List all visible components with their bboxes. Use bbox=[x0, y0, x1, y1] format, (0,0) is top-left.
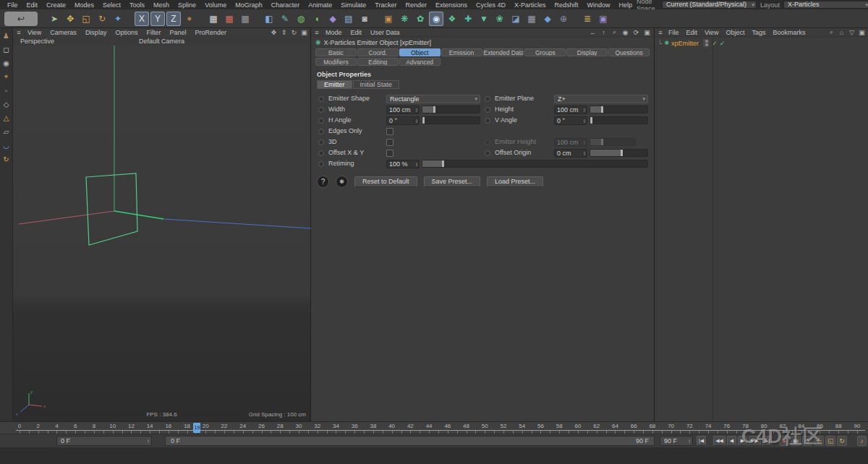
object-manager-menu-view[interactable]: View bbox=[701, 29, 722, 36]
object-manager-menu-edit[interactable]: Edit bbox=[683, 29, 702, 36]
spinner-icon[interactable]: ▴▾ bbox=[689, 439, 691, 443]
camera-icon[interactable]: ◙ bbox=[357, 12, 372, 26]
node-space-dropdown[interactable]: Current (Standard/Physical) bbox=[662, 1, 757, 9]
render-settings-icon[interactable]: ▦ bbox=[238, 12, 252, 26]
viewport-camera-label[interactable]: Default Camera bbox=[139, 38, 184, 45]
tab-coord-[interactable]: Coord. bbox=[357, 48, 399, 56]
tab-questions[interactable]: Questions bbox=[608, 48, 650, 56]
object-manager-menu-file[interactable]: File bbox=[665, 29, 683, 36]
keyframe-dot[interactable] bbox=[318, 150, 324, 156]
save-preset-button[interactable]: Save Preset... bbox=[424, 176, 481, 187]
layout-dropdown[interactable]: X-Particles bbox=[783, 1, 868, 9]
h-angle-slider[interactable] bbox=[422, 116, 480, 124]
spinner-icon[interactable]: ▴▾ bbox=[416, 119, 418, 123]
edges-only-checkbox[interactable] bbox=[386, 128, 393, 135]
emitter-plane-dropdown[interactable]: Z+ bbox=[554, 95, 648, 103]
object-manager-menu-tags[interactable]: Tags bbox=[748, 29, 769, 36]
scale-record-icon[interactable]: ◱ bbox=[825, 436, 835, 446]
keyframe-dot[interactable] bbox=[485, 96, 490, 102]
texture-mode-icon[interactable]: ◉ bbox=[1, 58, 12, 68]
object-row-xpemitter[interactable]: └ ❋ xpEmitter ✓ ✓ bbox=[655, 37, 868, 47]
viewport-menu-prorender[interactable]: ProRender bbox=[190, 29, 231, 36]
pan-view-icon[interactable]: ✥ bbox=[270, 29, 278, 37]
spinner-icon[interactable]: ▴▾ bbox=[416, 108, 418, 112]
rotate-icon[interactable]: ↻ bbox=[95, 12, 109, 26]
menu-window[interactable]: Window bbox=[583, 1, 615, 9]
browser-icon[interactable]: ▣ bbox=[858, 28, 866, 36]
menu-file[interactable]: File bbox=[3, 1, 22, 9]
goto-end-button[interactable]: ▶| bbox=[762, 436, 772, 446]
xp-data-icon[interactable]: ◪ bbox=[509, 12, 523, 26]
menu-render[interactable]: Render bbox=[401, 1, 431, 9]
spinner-icon[interactable]: ▴▾ bbox=[584, 151, 586, 155]
primitive-cube-icon[interactable]: ◧ bbox=[262, 12, 276, 26]
generator-icon[interactable]: ◍ bbox=[294, 12, 308, 26]
keyframe-dot[interactable] bbox=[485, 118, 490, 124]
menu-mesh[interactable]: Mesh bbox=[149, 1, 174, 9]
height-input[interactable]: 100 cm▴▾ bbox=[554, 106, 587, 114]
render-picture-viewer-icon[interactable]: ▦ bbox=[222, 12, 237, 26]
menu-tracker[interactable]: Tracker bbox=[370, 1, 401, 9]
prev-key-button[interactable]: ◀◀ bbox=[713, 436, 726, 446]
search-icon[interactable]: ⌕ bbox=[610, 28, 618, 36]
menu-spline[interactable]: Spline bbox=[174, 1, 200, 9]
position-record-icon[interactable]: ✛ bbox=[814, 436, 824, 446]
workplane-icon[interactable]: ▱ bbox=[1, 126, 12, 137]
next-frame-button[interactable]: ▶▶ bbox=[749, 436, 761, 446]
menu-modes[interactable]: Modes bbox=[70, 1, 98, 9]
viewport-view-label[interactable]: Perspective bbox=[20, 38, 54, 45]
xp-question-icon[interactable]: ✚ bbox=[461, 12, 475, 26]
spinner-icon[interactable]: ▴▾ bbox=[584, 119, 586, 123]
xp-preset-icon[interactable]: ❋ bbox=[336, 176, 348, 188]
tab-editing[interactable]: Editing bbox=[357, 58, 399, 66]
undo-button[interactable]: ↩ bbox=[4, 12, 38, 26]
menu-cycles-4d[interactable]: Cycles 4D bbox=[472, 1, 510, 9]
menu-create[interactable]: Create bbox=[42, 1, 70, 9]
emitter-tag-icon[interactable]: ✓ bbox=[720, 40, 726, 47]
tab-extended-data[interactable]: Extended Data bbox=[483, 48, 524, 56]
up-icon[interactable]: ↑ bbox=[600, 28, 608, 36]
emitter-wireframe[interactable] bbox=[86, 173, 137, 245]
xp-group-icon[interactable]: ❀ bbox=[493, 12, 507, 26]
scale-icon[interactable]: ◱ bbox=[79, 12, 93, 26]
play-button[interactable]: ▶ bbox=[738, 436, 747, 446]
keyframe-dot[interactable] bbox=[318, 96, 324, 102]
viewport-menu-filter[interactable]: Filter bbox=[142, 29, 165, 36]
keyframe-selection-icon[interactable]: ◇ bbox=[802, 436, 812, 446]
xp-generator-icon[interactable]: ✿ bbox=[413, 12, 427, 26]
viewport-menu-display[interactable]: Display bbox=[81, 29, 111, 36]
viewport-menu-cameras[interactable]: Cameras bbox=[46, 29, 81, 36]
viewport-hamburger-icon[interactable]: ≡ bbox=[14, 29, 23, 36]
xp-emitter-active-icon[interactable]: ◉ bbox=[429, 12, 443, 26]
visibility-dots-icon[interactable] bbox=[703, 39, 710, 47]
menu-edit[interactable]: Edit bbox=[22, 1, 43, 9]
end-frame-input[interactable]: 90 F ▴▾ bbox=[660, 436, 693, 446]
retiming-input[interactable]: 100 %▴▾ bbox=[386, 160, 420, 168]
menu-extensions[interactable]: Extensions bbox=[431, 1, 472, 9]
lock-z-button[interactable]: Z bbox=[166, 12, 181, 26]
attribute-menu-edit[interactable]: Edit bbox=[346, 29, 367, 36]
tab-display[interactable]: Display bbox=[566, 48, 608, 56]
pin-icon[interactable]: ♟ bbox=[1, 30, 12, 40]
xp-action-icon[interactable]: ▼ bbox=[477, 12, 491, 26]
tab-object[interactable]: Object bbox=[399, 48, 441, 56]
keyframe-dot[interactable] bbox=[318, 139, 324, 145]
lock-icon[interactable]: ◉ bbox=[621, 28, 629, 36]
xp-system-icon[interactable]: ▣ bbox=[381, 12, 396, 26]
refresh-icon[interactable]: ⟳ bbox=[632, 28, 640, 36]
prev-frame-button[interactable]: ◀ bbox=[727, 436, 736, 446]
filter-icon[interactable]: ▽ bbox=[848, 28, 856, 36]
attribute-menu-mode[interactable]: Mode bbox=[321, 29, 346, 36]
width-input[interactable]: 100 cm▴▾ bbox=[386, 106, 420, 114]
object-manager-menu-object[interactable]: Object bbox=[722, 29, 748, 36]
keyframe-dot[interactable] bbox=[485, 150, 490, 156]
v-angle-input[interactable]: 0 °▴▾ bbox=[554, 116, 587, 125]
retiming-slider[interactable] bbox=[422, 160, 648, 168]
timeline-ruler[interactable]: 0246810121416182022242628303234363840424… bbox=[0, 421, 868, 434]
coord-system-icon[interactable]: ⌖ bbox=[182, 12, 197, 26]
spline-pen-icon[interactable]: ✎ bbox=[278, 12, 292, 26]
xp-cache-icon[interactable]: ▦ bbox=[524, 12, 539, 26]
width-slider[interactable] bbox=[422, 106, 480, 113]
lock-y-button[interactable]: Y bbox=[150, 12, 165, 26]
keyframe-dot[interactable] bbox=[318, 107, 324, 113]
